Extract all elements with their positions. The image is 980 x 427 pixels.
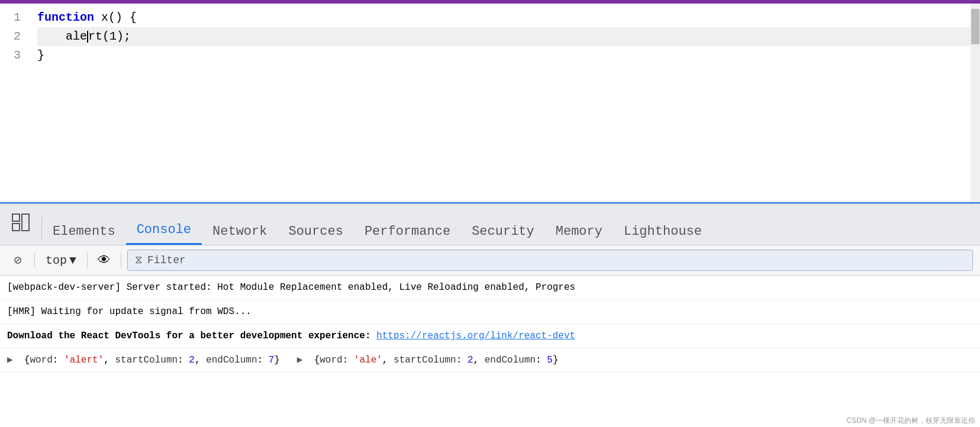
code-line-3: } [37, 46, 971, 65]
svg-rect-2 [22, 214, 29, 231]
filter-area[interactable]: ⧖ Filter [127, 250, 973, 271]
devtools-panel: Elements Console Network Sources Perform… [0, 202, 980, 427]
code-lines: function x() { alert(1); } [33, 4, 971, 202]
scrollbar-track[interactable] [971, 4, 980, 202]
top-context-dropdown[interactable]: top ▼ [41, 251, 81, 270]
scrollbar-thumb[interactable] [971, 9, 979, 44]
filter-label: Filter [147, 254, 186, 266]
tab-sources[interactable]: Sources [278, 204, 353, 245]
keyword-function: function [37, 8, 94, 27]
devtools-tabs-bar: Elements Console Network Sources Perform… [0, 203, 980, 245]
toolbar-divider-3 [121, 252, 121, 269]
code-line-2: alert(1); [37, 27, 971, 46]
devtools-toggle-icon[interactable] [0, 204, 41, 245]
tab-security[interactable]: Security [461, 204, 545, 245]
tab-memory[interactable]: Memory [545, 204, 613, 245]
code-editor: 1 2 3 function x() { alert(1); } [0, 4, 980, 202]
clear-console-button[interactable]: ⊘ [7, 250, 28, 271]
console-line-objects: ▶ {word: 'alert', startColumn: 2, endCol… [0, 348, 980, 373]
dropdown-arrow-icon: ▼ [69, 254, 76, 267]
toolbar-divider-2 [87, 252, 88, 269]
console-toolbar: ⊘ top ▼ 👁 ⧖ Filter [0, 245, 980, 276]
expand-obj2-icon[interactable]: ▶ [297, 355, 303, 365]
svg-rect-1 [12, 224, 20, 231]
tab-elements[interactable]: Elements [42, 204, 126, 245]
filter-icon: ⧖ [135, 254, 143, 266]
line-numbers: 1 2 3 [0, 4, 33, 202]
tab-network[interactable]: Network [202, 204, 278, 245]
inspect-icon [11, 213, 30, 232]
tab-lighthouse[interactable]: Lighthouse [613, 204, 713, 245]
code-line-1: function x() { [37, 8, 971, 27]
console-line-devtools: Download the React DevTools for a better… [0, 324, 980, 348]
eye-icon-button[interactable]: 👁 [94, 250, 115, 271]
watermark: CSDN @一棵开花的树，枝芽无限靠近你 [846, 416, 975, 426]
react-devtools-link[interactable]: https://reactjs.org/link/react-devt [376, 331, 575, 341]
console-line-webpack: [webpack-dev-server] Server started: Hot… [0, 276, 980, 300]
console-output: [webpack-dev-server] Server started: Hot… [0, 276, 980, 427]
tab-console[interactable]: Console [126, 204, 202, 245]
tab-performance[interactable]: Performance [354, 204, 461, 245]
svg-rect-0 [12, 214, 20, 221]
expand-obj1-icon[interactable]: ▶ [7, 355, 13, 365]
console-line-hmr: [HMR] Waiting for update signal from WDS… [0, 300, 980, 324]
toolbar-divider-1 [34, 252, 35, 269]
